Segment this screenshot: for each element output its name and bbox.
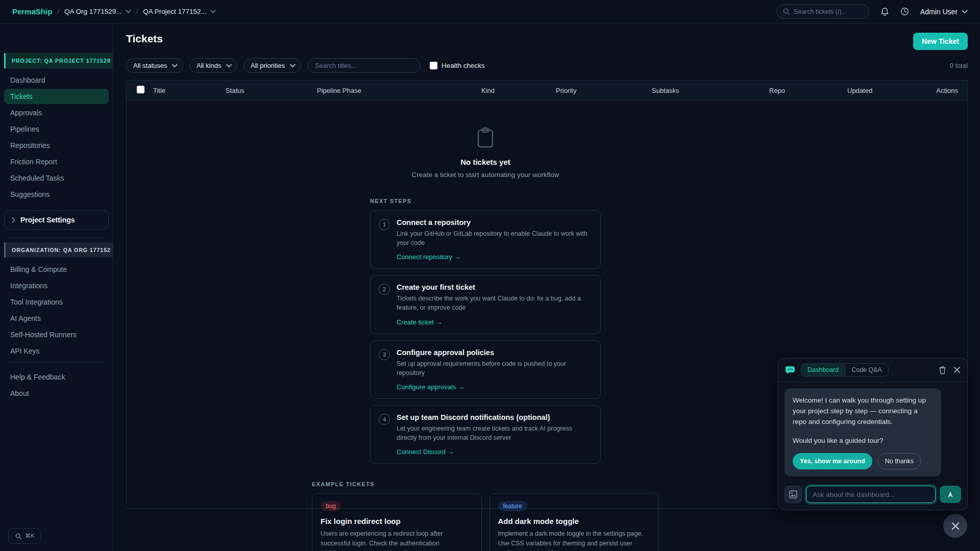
search-icon bbox=[15, 533, 21, 539]
project-switcher[interactable]: QA Project 177152... bbox=[143, 8, 216, 15]
priority-filter-select[interactable]: All priorities bbox=[243, 58, 301, 73]
chevron-right-icon bbox=[12, 217, 15, 223]
send-arrow-icon bbox=[947, 491, 954, 498]
global-search-input[interactable] bbox=[794, 8, 863, 15]
sidebar-item-dashboard[interactable]: Dashboard bbox=[4, 72, 109, 88]
sidebar-item-pipelines[interactable]: Pipelines bbox=[4, 121, 109, 137]
new-ticket-button[interactable]: New Ticket bbox=[913, 33, 968, 50]
user-name: Admin User bbox=[920, 8, 958, 16]
history-button[interactable] bbox=[900, 7, 909, 16]
sidebar-item-billing-compute[interactable]: Billing & Compute bbox=[4, 262, 109, 277]
sidebar-item-help-feedback[interactable]: Help & Feedback bbox=[4, 369, 109, 385]
tour-decline-button[interactable]: No thanks bbox=[877, 453, 921, 469]
column-status: Status bbox=[226, 87, 317, 94]
search-icon bbox=[783, 8, 790, 15]
health-checks-label: Health checks bbox=[442, 62, 485, 69]
clear-chat-button[interactable] bbox=[939, 366, 946, 374]
org-section-header: Organization: QA Org 177152 bbox=[4, 242, 113, 258]
empty-state-title: No tickets yet bbox=[312, 158, 659, 166]
image-upload-button[interactable] bbox=[785, 486, 802, 503]
tab-dashboard[interactable]: Dashboard bbox=[801, 364, 845, 376]
tour-accept-button[interactable]: Yes, show me around bbox=[793, 453, 872, 469]
column-updated: Updated bbox=[847, 87, 936, 94]
next-step-card-approvals: 3 Configure approval policies Set up app… bbox=[370, 340, 601, 399]
ticket-badge-bug: bug bbox=[321, 501, 341, 511]
sidebar-item-ai-agents[interactable]: AI Agents bbox=[4, 311, 109, 326]
example-tickets-section: Example Tickets bug Fix login redirect l… bbox=[312, 481, 659, 551]
connect-repository-link[interactable]: Connect repository → bbox=[397, 253, 461, 261]
global-search[interactable] bbox=[776, 4, 869, 19]
command-palette-button[interactable]: ⌘K bbox=[8, 528, 41, 544]
top-navbar: PermaShip / QA Org 1771529... / QA Proje… bbox=[0, 0, 980, 23]
health-checks-checkbox[interactable] bbox=[430, 62, 437, 69]
assistant-message: Welcome! I can walk you through setting … bbox=[785, 388, 941, 477]
brand-logo[interactable]: PermaShip bbox=[12, 7, 52, 16]
chat-input[interactable] bbox=[806, 486, 936, 503]
footer-nav: Help & Feedback About bbox=[0, 368, 113, 402]
example-tickets-heading: Example Tickets bbox=[312, 481, 659, 487]
example-ticket-card-feature[interactable]: feature Add dark mode toggle Implement a… bbox=[489, 493, 659, 551]
org-switcher[interactable]: QA Org 1771529... bbox=[64, 8, 131, 15]
next-steps-section: Next Steps 1 Connect a repository Link y… bbox=[370, 198, 601, 464]
send-button[interactable] bbox=[940, 486, 961, 503]
column-title: Title bbox=[153, 87, 226, 94]
ticket-title: Fix login redirect loop bbox=[321, 517, 473, 525]
sidebar-item-api-keys[interactable]: API Keys bbox=[4, 343, 109, 359]
step-number: 3 bbox=[379, 349, 390, 360]
step-number: 2 bbox=[379, 284, 390, 295]
sidebar-item-integrations[interactable]: Integrations bbox=[4, 278, 109, 293]
tab-code-qa[interactable]: Code Q&A bbox=[845, 364, 888, 376]
connect-discord-link[interactable]: Connect Discord → bbox=[397, 448, 454, 456]
org-nav: Billing & Compute Integrations Tool Inte… bbox=[0, 261, 113, 360]
kind-filter-select[interactable]: All kinds bbox=[189, 58, 237, 73]
next-step-card-discord: 4 Set up team Discord notifications (opt… bbox=[370, 405, 601, 464]
health-checks-toggle[interactable]: Health checks bbox=[430, 62, 485, 69]
user-menu[interactable]: Admin User bbox=[920, 8, 968, 16]
sidebar: Project: QA Project 1771529 Dashboard Ti… bbox=[0, 23, 113, 551]
step-description: Tickets describe the work you want Claud… bbox=[397, 294, 592, 312]
notifications-button[interactable] bbox=[880, 7, 889, 16]
breadcrumb-separator: / bbox=[57, 8, 59, 15]
next-step-card-repository: 1 Connect a repository Link your GitHub … bbox=[370, 210, 601, 269]
assistant-chat-panel: Dashboard Code Q&A Welcome! I can walk y… bbox=[778, 358, 968, 510]
select-all-checkbox[interactable] bbox=[137, 86, 144, 93]
table-header: Title Status Pipeline Phase Kind Priorit… bbox=[127, 81, 967, 101]
example-ticket-card-bug[interactable]: bug Fix login redirect loop Users are ex… bbox=[312, 493, 482, 551]
sidebar-item-friction-report[interactable]: Friction Report bbox=[4, 154, 109, 169]
chat-input-bar bbox=[778, 483, 967, 510]
chat-messages: Welcome! I can walk you through setting … bbox=[778, 382, 967, 483]
kind-filter[interactable]: All kinds bbox=[189, 58, 237, 73]
bell-icon bbox=[880, 7, 889, 16]
sidebar-divider bbox=[7, 238, 106, 238]
next-steps-heading: Next Steps bbox=[370, 198, 601, 204]
title-search-input[interactable] bbox=[307, 58, 421, 73]
sidebar-item-suggestions[interactable]: Suggestions bbox=[4, 187, 109, 202]
sidebar-divider bbox=[7, 362, 106, 362]
chevron-down-icon bbox=[126, 10, 131, 13]
sidebar-item-scheduled-tasks[interactable]: Scheduled Tasks bbox=[4, 170, 109, 186]
sidebar-item-about[interactable]: About bbox=[4, 386, 109, 401]
project-nav: Dashboard Tickets Approvals Pipelines Re… bbox=[0, 71, 113, 203]
sidebar-item-tool-integrations[interactable]: Tool Integrations bbox=[4, 294, 109, 310]
step-description: Let your engineering team create tickets… bbox=[397, 424, 592, 442]
sidebar-item-tickets[interactable]: Tickets bbox=[4, 89, 109, 104]
empty-state: No tickets yet Create a ticket to start … bbox=[312, 101, 659, 551]
sidebar-item-repositories[interactable]: Repositories bbox=[4, 138, 109, 153]
clipboard-icon bbox=[312, 127, 659, 148]
column-kind: Kind bbox=[481, 87, 556, 94]
step-number: 4 bbox=[379, 414, 390, 425]
priority-filter[interactable]: All priorities bbox=[243, 58, 301, 73]
org-breadcrumb-label: QA Org 1771529... bbox=[64, 8, 122, 15]
sidebar-item-approvals[interactable]: Approvals bbox=[4, 105, 109, 120]
configure-approvals-link[interactable]: Configure approvals → bbox=[397, 383, 464, 391]
close-icon bbox=[953, 366, 961, 373]
column-subtasks: Subtasks bbox=[652, 87, 769, 94]
create-ticket-link[interactable]: Create ticket → bbox=[397, 318, 443, 326]
sidebar-item-self-hosted-runners[interactable]: Self-Hosted Runners bbox=[4, 327, 109, 342]
close-chat-button[interactable] bbox=[953, 366, 961, 373]
chat-toggle-fab[interactable] bbox=[943, 514, 967, 538]
status-filter-select[interactable]: All statuses bbox=[126, 58, 183, 73]
project-settings-button[interactable]: Project Settings bbox=[4, 210, 109, 230]
page-title: Tickets bbox=[126, 33, 163, 45]
status-filter[interactable]: All statuses bbox=[126, 58, 183, 73]
